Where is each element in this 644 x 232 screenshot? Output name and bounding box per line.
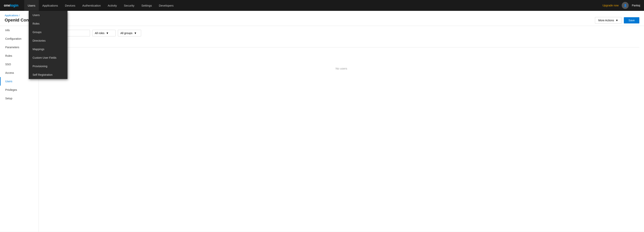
- nav-item-applications[interactable]: Applications: [39, 0, 62, 11]
- all-groups-chevron-icon: ▼: [134, 31, 137, 35]
- all-groups-dropdown[interactable]: All groups ▼: [118, 30, 141, 36]
- more-actions-button[interactable]: More Actions ▼: [595, 17, 622, 24]
- all-roles-chevron-icon: ▼: [106, 31, 109, 35]
- dropdown-item-roles[interactable]: Roles: [29, 19, 68, 28]
- all-roles-label: All roles: [95, 31, 104, 35]
- users-toolbar: All roles ▼ All groups ▼: [44, 30, 639, 36]
- main-content: All roles ▼ All groups ▼ User No users: [39, 26, 644, 232]
- table-header: User: [44, 40, 639, 47]
- nav-item-developers[interactable]: Developers: [155, 0, 177, 11]
- nav-item-authentication[interactable]: Authentication: [79, 0, 104, 11]
- save-button[interactable]: Save: [624, 17, 639, 23]
- dropdown-item-directories[interactable]: Directories: [29, 36, 68, 45]
- user-name: Pankaj: [632, 4, 640, 7]
- top-nav: onelogin Users Applications Devices Auth…: [0, 0, 644, 11]
- avatar-icon: 👤: [624, 4, 627, 7]
- logo-login-text: login: [10, 3, 18, 7]
- nav-item-devices[interactable]: Devices: [62, 0, 79, 11]
- dropdown-item-users[interactable]: Users: [29, 11, 68, 19]
- users-dropdown-menu: Users Roles Groups Directories Mappings …: [29, 11, 68, 79]
- nav-item-activity[interactable]: Activity: [104, 0, 120, 11]
- breadcrumb-separator: /: [19, 14, 20, 17]
- upgrade-link[interactable]: Upgrade now: [602, 4, 618, 7]
- breadcrumb-link[interactable]: Applications: [5, 14, 18, 17]
- sidebar-item-setup[interactable]: Setup: [0, 94, 38, 103]
- avatar[interactable]: 👤: [622, 2, 629, 9]
- more-actions-label: More Actions: [598, 19, 614, 22]
- more-actions-chevron-icon: ▼: [616, 19, 618, 22]
- page-header: Applications / OpenId Conn... More Actio…: [0, 11, 644, 26]
- no-users-message: No users: [44, 59, 639, 78]
- nav-item-users[interactable]: Users: [24, 0, 39, 11]
- dropdown-item-self-registration[interactable]: Self Registration: [29, 70, 68, 79]
- dropdown-item-custom-user-fields[interactable]: Custom User Fields: [29, 53, 68, 62]
- sidebar-item-privileges[interactable]: Privileges: [0, 86, 38, 94]
- all-groups-label: All groups: [120, 31, 132, 35]
- dropdown-item-mappings[interactable]: Mappings: [29, 45, 68, 53]
- nav-items: Users Applications Devices Authenticatio…: [24, 0, 602, 11]
- layout: Info Configuration Parameters Rules SSO …: [0, 26, 644, 232]
- dropdown-item-provisioning[interactable]: Provisioning: [29, 62, 68, 70]
- all-roles-dropdown[interactable]: All roles ▼: [92, 30, 116, 36]
- dropdown-item-groups[interactable]: Groups: [29, 28, 68, 36]
- nav-right: Upgrade now 👤 Pankaj: [602, 2, 640, 9]
- header-actions: More Actions ▼ Save: [595, 14, 639, 24]
- logo[interactable]: onelogin: [4, 3, 18, 7]
- nav-item-settings[interactable]: Settings: [138, 0, 155, 11]
- logo-one-text: one: [4, 3, 10, 7]
- nav-item-security[interactable]: Security: [120, 0, 138, 11]
